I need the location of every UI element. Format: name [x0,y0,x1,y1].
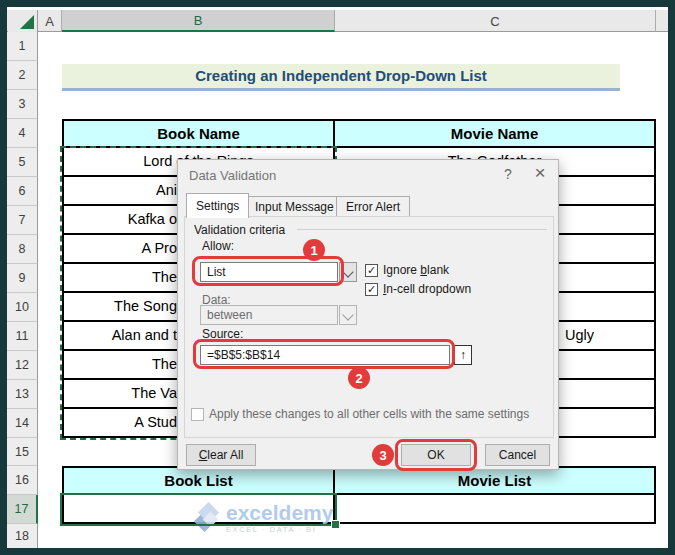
highlight-ok-box [395,439,477,471]
watermark-tagline: EXCEL · DATA · BI [226,525,333,534]
step-badge-3: 3 [372,444,394,466]
data-dropdown-disabled: between [200,305,338,325]
row-header-15[interactable]: 15 [7,438,38,466]
row-header-17[interactable]: 17 [7,495,38,524]
cancel-button[interactable]: Cancel [485,444,550,466]
row-header-7[interactable]: 7 [7,206,38,235]
chevron-down-icon [342,266,353,277]
step-badge-1: 1 [303,239,325,261]
chevron-down-icon [342,309,353,320]
row-header-12[interactable]: 12 [7,351,38,380]
incell-dropdown-label: In-cell dropdown [383,282,471,296]
spreadsheet: A B C Creating an Independent Drop-Down … [7,7,668,548]
row-header-5[interactable]: 5 [7,148,38,177]
row-header-13[interactable]: 13 [7,380,38,409]
column-header-a[interactable]: A [38,10,62,32]
row-header-3[interactable]: 3 [7,90,38,119]
cell-c4-movie-name-header[interactable]: Movie Name [335,119,656,148]
data-validation-dialog: Data Validation ? × Settings Input Messa… [177,159,559,470]
row-header-4[interactable]: 4 [7,119,38,148]
help-icon[interactable]: ? [498,166,518,184]
step-badge-2: 2 [348,367,370,389]
select-all-corner[interactable] [8,10,38,32]
active-cell-border [60,493,337,526]
column-header-b[interactable]: B [62,10,335,32]
select-all-triangle-icon [20,15,34,29]
data-dropdown-button [339,305,357,325]
movie-name-fragment: Ugly [565,322,594,349]
row-header-10[interactable]: 10 [7,293,38,322]
row-header-16[interactable]: 16 [7,466,38,495]
highlight-allow-box [192,256,344,286]
row-header-8[interactable]: 8 [7,235,38,264]
row-header-2[interactable]: 2 [7,61,38,90]
sheet-title: Creating an Independent Drop-Down List [62,64,620,91]
dialog-title: Data Validation [189,168,276,183]
row-header-9[interactable]: 9 [7,264,38,293]
cell-c16-movie-list-header[interactable]: Movie List [335,466,656,495]
cell-b16-book-list-header[interactable]: Book List [62,466,335,495]
highlight-source-box [193,339,455,369]
settings-panel: Validation criteria Allow: List ✓ Ignore… [184,216,554,438]
excel-window: A B C Creating an Independent Drop-Down … [0,0,675,555]
tab-settings[interactable]: Settings [186,193,249,218]
close-icon[interactable]: × [528,163,552,183]
clear-all-button[interactable]: Clear All [186,444,256,466]
fill-handle[interactable] [331,520,340,529]
column-header-c[interactable]: C [335,10,656,32]
row-header-6[interactable]: 6 [7,177,38,206]
apply-changes-label: Apply these changes to all other cells w… [209,407,529,421]
ignore-blank-label: Ignore blank [383,263,449,277]
group-divider [297,229,547,230]
incell-dropdown-checkbox[interactable]: ✓ [365,283,378,296]
row-header-14[interactable]: 14 [7,409,38,438]
tab-input-message[interactable]: Input Message [245,196,344,217]
allow-label: Allow: [202,239,234,253]
row-header-1[interactable]: 1 [7,32,38,61]
tab-error-alert[interactable]: Error Alert [336,196,410,217]
row-header-11[interactable]: 11 [7,322,38,351]
collapse-dialog-button[interactable]: ↑ [454,345,472,365]
row-header-18[interactable]: 18 [7,524,38,549]
cell-b4-book-name-header[interactable]: Book Name [62,119,335,148]
cell-c17[interactable] [335,495,656,524]
ignore-blank-checkbox[interactable]: ✓ [365,264,378,277]
validation-criteria-label: Validation criteria [194,223,285,237]
apply-changes-checkbox [191,408,204,421]
